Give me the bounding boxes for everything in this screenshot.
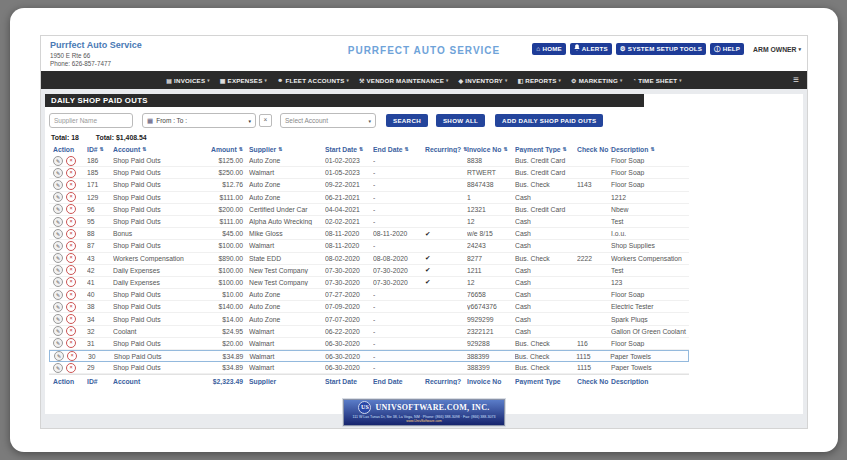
delete-row-button[interactable]: ×	[66, 363, 76, 373]
invoices-icon: ▤	[166, 77, 172, 84]
nav-vendor-maintenance[interactable]: ⚒ VENDOR MAINTENANCE ▾	[359, 77, 449, 84]
table-row[interactable]: ✎×30Shop Paid Outs$34.89Walmart06-30-202…	[49, 350, 689, 362]
cell-payment-type: Cash	[515, 316, 577, 323]
add-daily-shop-paid-outs-button[interactable]: ADD DAILY SHOP PAID OUTS	[495, 114, 603, 127]
col-header-payment-type[interactable]: Payment Type⇅	[515, 146, 577, 153]
edit-row-button[interactable]: ✎	[53, 180, 63, 190]
edit-row-button[interactable]: ✎	[53, 192, 63, 202]
nav-marketing[interactable]: ⚙ MARKETING ▾	[571, 77, 622, 84]
alerts-button[interactable]: ALERTS	[570, 43, 612, 55]
delete-row-button[interactable]: ×	[67, 351, 77, 361]
table-row[interactable]: ✎×88Bonus$45.00Mike Gloss08-11-202008-11…	[49, 228, 689, 240]
delete-row-button[interactable]: ×	[66, 156, 76, 166]
col-header-end-date[interactable]: End Date⇅	[373, 146, 421, 153]
delete-row-button[interactable]: ×	[66, 168, 76, 178]
table-row[interactable]: ✎×185Shop Paid Outs$250.00Walmart01-05-2…	[49, 167, 689, 179]
col-header-amount[interactable]: Amount⇅	[203, 146, 249, 153]
col-header-description[interactable]: Description⇅	[611, 146, 689, 153]
cell-amount: $100.00	[203, 267, 249, 274]
account-select[interactable]: Select Account ▾	[280, 113, 376, 128]
edit-row-button[interactable]: ✎	[53, 277, 63, 287]
sort-icon: ⇅	[278, 146, 282, 152]
table-row[interactable]: ✎×41Daily Expenses$100.00New Test Compan…	[49, 277, 689, 289]
table-row[interactable]: ✎×34Shop Paid Outs$14.00Auto Zone07-07-2…	[49, 313, 689, 325]
cell-end-date: 08-08-2020	[373, 255, 421, 262]
date-range-input[interactable]: ▦ From : To : ▾	[142, 113, 256, 128]
cell-id: 31	[87, 340, 113, 347]
table-row[interactable]: ✎×38Shop Paid Outs$140.00Auto Zone07-09-…	[49, 301, 689, 313]
delete-row-button[interactable]: ×	[66, 204, 76, 214]
col-header-supplier[interactable]: Supplier⇅	[249, 146, 325, 153]
table-row[interactable]: ✎×96Shop Paid Outs$200.00Certified Under…	[49, 204, 689, 216]
col-header-invoice-no[interactable]: Invoice No⇅	[467, 146, 515, 153]
table-row[interactable]: ✎×129Shop Paid Outs$111.00Auto Zone06-21…	[49, 192, 689, 204]
edit-row-button[interactable]: ✎	[53, 314, 63, 324]
system-setup-tools-button[interactable]: ⚙ SYSTEM SETUP TOOLS	[616, 43, 706, 55]
delete-row-button[interactable]: ×	[66, 229, 76, 239]
table-row[interactable]: ✎×40Shop Paid Outs$10.00Auto Zone07-27-2…	[49, 289, 689, 301]
table-row[interactable]: ✎×43Workers Compensation$890.00State EDD…	[49, 253, 689, 265]
delete-row-button[interactable]: ×	[66, 265, 76, 275]
nav-invoices[interactable]: ▤ INVOICES ▾	[166, 77, 210, 84]
table-row[interactable]: ✎×42Daily Expenses$100.00New Test Compan…	[49, 265, 689, 277]
cell-end-date: -	[373, 194, 421, 201]
delete-row-button[interactable]: ×	[66, 326, 76, 336]
search-button[interactable]: SEARCH	[386, 114, 428, 127]
col-header-action[interactable]: Action	[49, 146, 87, 153]
col-header-id[interactable]: ID#⇅	[87, 146, 113, 153]
table-row[interactable]: ✎×95Shop Paid Outs$111.00Alpha Auto Wrec…	[49, 216, 689, 228]
nav-time-sheet[interactable]: ◔ TIME SHEET ▾	[632, 77, 681, 84]
table-row[interactable]: ✎×29Shop Paid Outs$34.89Walmart06-30-202…	[49, 362, 689, 374]
delete-row-button[interactable]: ×	[66, 290, 76, 300]
col-header-check-no[interactable]: Check No⇅	[577, 146, 611, 153]
delete-row-button[interactable]: ×	[66, 180, 76, 190]
edit-row-button[interactable]: ✎	[53, 363, 63, 373]
user-menu[interactable]: ARM OWNER ▾	[753, 46, 801, 53]
delete-row-button[interactable]: ×	[66, 314, 76, 324]
footer-id: ID#	[87, 378, 113, 385]
col-header-start-date[interactable]: Start Date⇅	[325, 146, 373, 153]
table-row[interactable]: ✎×32Coolant$24.95Walmart06-22-2020-23221…	[49, 326, 689, 338]
edit-row-button[interactable]: ✎	[53, 253, 63, 263]
univsoftware-logo[interactable]: US UNIVSOFTWARE.COM, INC. 111 W Las Tuna…	[343, 399, 505, 426]
delete-row-button[interactable]: ×	[66, 192, 76, 202]
hamburger-menu-icon[interactable]: ≡	[793, 71, 799, 89]
nav-inventory[interactable]: ◆ INVENTORY ▾	[459, 77, 508, 84]
delete-row-button[interactable]: ×	[66, 338, 76, 348]
supplier-name-input[interactable]	[49, 113, 133, 128]
table-row[interactable]: ✎×186Shop Paid Outs$125.00Auto Zone01-02…	[49, 155, 689, 167]
edit-row-button[interactable]: ✎	[53, 229, 63, 239]
cell-payment-type: Cash	[515, 267, 577, 274]
cell-description: Paper Towels	[610, 353, 688, 360]
edit-row-button[interactable]: ✎	[53, 217, 63, 227]
cell-payment-type: Cash	[515, 194, 577, 201]
cell-invoice-no: 24243	[467, 242, 515, 249]
col-header-account[interactable]: Account⇅	[113, 146, 203, 153]
edit-row-button[interactable]: ✎	[53, 265, 63, 275]
delete-row-button[interactable]: ×	[66, 253, 76, 263]
edit-row-button[interactable]: ✎	[53, 241, 63, 251]
home-button[interactable]: ⌂ HOME	[532, 43, 566, 55]
edit-row-button[interactable]: ✎	[53, 204, 63, 214]
delete-row-button[interactable]: ×	[66, 217, 76, 227]
delete-row-button[interactable]: ×	[66, 241, 76, 251]
edit-row-button[interactable]: ✎	[53, 326, 63, 336]
show-all-button[interactable]: SHOW ALL	[436, 114, 485, 127]
delete-row-button[interactable]: ×	[66, 302, 76, 312]
table-row[interactable]: ✎×31Shop Paid Outs$20.00Walmart06-30-202…	[49, 338, 689, 350]
delete-row-button[interactable]: ×	[66, 277, 76, 287]
col-header-recurring[interactable]: Recurring?⇅	[421, 146, 467, 153]
nav-reports[interactable]: ◧ REPORTS ▾	[517, 77, 561, 84]
table-row[interactable]: ✎×87Shop Paid Outs$100.00Walmart08-11-20…	[49, 240, 689, 252]
clear-date-button[interactable]: ×	[259, 114, 272, 127]
edit-row-button[interactable]: ✎	[53, 156, 63, 166]
edit-row-button[interactable]: ✎	[53, 168, 63, 178]
nav-fleet-accounts[interactable]: ☻ FLEET ACCOUNTS ▾	[277, 77, 349, 84]
edit-row-button[interactable]: ✎	[53, 302, 63, 312]
table-row[interactable]: ✎×171Shop Paid Outs$12.76Auto Zone09-22-…	[49, 179, 689, 191]
edit-row-button[interactable]: ✎	[54, 351, 64, 361]
nav-expenses[interactable]: ▦ EXPENSES ▾	[220, 77, 267, 84]
edit-row-button[interactable]: ✎	[53, 290, 63, 300]
edit-row-button[interactable]: ✎	[53, 338, 63, 348]
help-button[interactable]: ⓘ HELP	[710, 43, 744, 55]
